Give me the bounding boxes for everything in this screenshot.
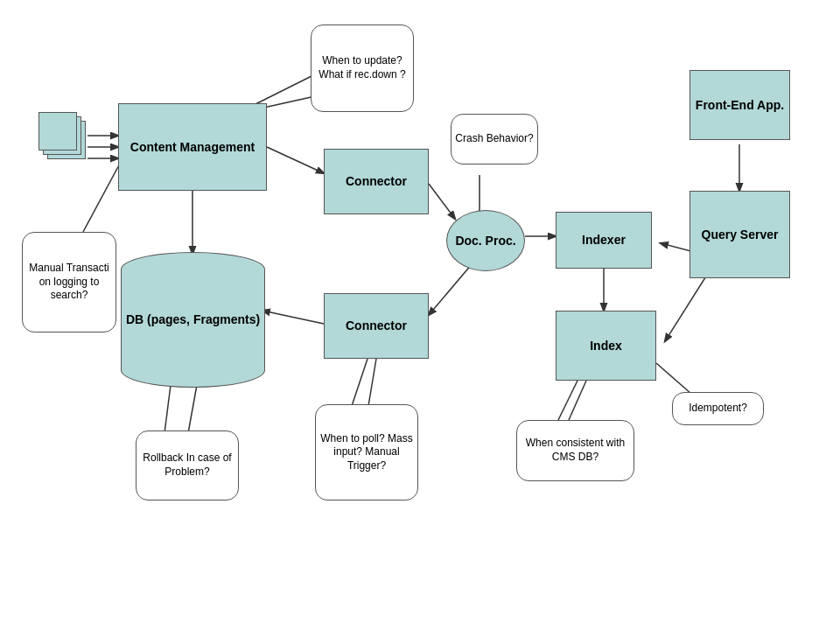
index-node: Index <box>556 311 656 381</box>
note-crash: Crash Behavior? <box>451 114 538 164</box>
note-consistent: When consistent with CMS DB? <box>516 420 634 481</box>
content-management-label: Content Management <box>130 139 255 155</box>
query-server-node: Query Server <box>690 191 790 278</box>
note-idempotent-label: Idempotent? <box>689 402 747 416</box>
note-manual: Manual Transacti on logging to search? <box>22 232 116 332</box>
diagram-container: Content Management Connector Connector D… <box>0 0 840 630</box>
svg-line-17 <box>656 363 691 394</box>
doc-proc-label: Doc. Proc. <box>455 233 515 248</box>
frontend-app-node: Front-End App. <box>690 70 790 140</box>
connector-bottom-label: Connector <box>346 318 407 333</box>
svg-line-9 <box>262 311 324 324</box>
note-rollback: Rollback In case of Problem? <box>136 430 239 500</box>
index-label: Index <box>590 338 622 354</box>
note-rollback-label: Rollback In case of Problem? <box>136 452 238 479</box>
note-when-update-label: When to update? What if rec.down ? <box>312 54 413 81</box>
svg-line-3 <box>267 147 324 173</box>
svg-line-11 <box>368 359 376 411</box>
connector-top-label: Connector <box>346 173 407 189</box>
frontend-app-label: Front-End App. <box>696 97 784 113</box>
doc-proc-node: Doc. Proc. <box>446 210 525 271</box>
connector-top-node: Connector <box>324 149 429 214</box>
db-label: DB (pages, Fragments) <box>126 312 260 327</box>
svg-line-22 <box>188 385 197 433</box>
indexer-label: Indexer <box>582 232 626 248</box>
svg-line-15 <box>569 381 586 420</box>
query-server-label: Query Server <box>702 227 779 242</box>
svg-line-16 <box>558 381 578 420</box>
svg-line-8 <box>429 184 455 219</box>
note-when-poll: When to poll? Mass input? Manual Trigger… <box>315 404 418 500</box>
note-when-poll-label: When to poll? Mass input? Manual Trigger… <box>316 432 417 473</box>
note-crash-label: Crash Behavior? <box>455 132 533 146</box>
note-manual-label: Manual Transacti on logging to search? <box>23 262 116 303</box>
note-when-update: When to update? What if rec.down ? <box>311 24 414 112</box>
connector-bottom-node: Connector <box>324 293 429 359</box>
svg-line-10 <box>350 359 368 411</box>
note-consistent-label: When consistent with CMS DB? <box>517 437 634 464</box>
content-management-node: Content Management <box>118 103 267 191</box>
note-idempotent: Idempotent? <box>672 392 764 425</box>
indexer-node: Indexer <box>556 212 652 269</box>
db-node: DB (pages, Fragments) <box>121 252 265 388</box>
svg-line-7 <box>83 162 121 232</box>
svg-line-21 <box>164 385 171 433</box>
